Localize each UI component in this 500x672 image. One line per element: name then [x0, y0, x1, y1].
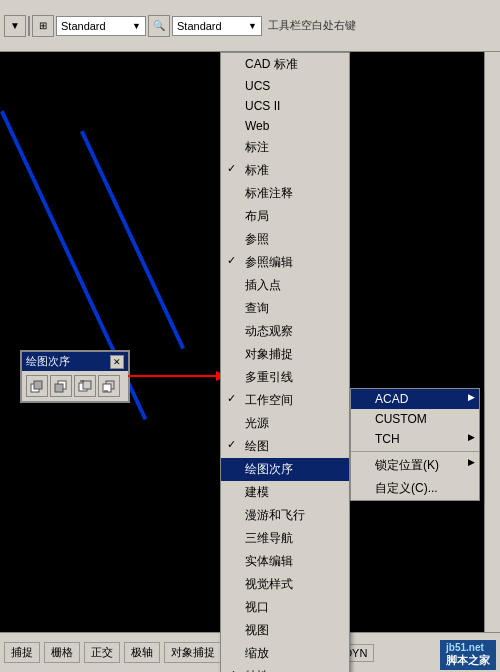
status-polar[interactable]: 极轴	[124, 642, 160, 663]
draw-order-toolbar: 绘图次序 ✕	[20, 350, 130, 403]
bring-forward-icon	[78, 379, 92, 393]
menu-item-query[interactable]: 查询	[221, 297, 349, 320]
menu-item-ucsii[interactable]: UCS II	[221, 96, 349, 116]
menu-item-ref-edit[interactable]: 参照编辑	[221, 251, 349, 274]
sub-menu-custom-def[interactable]: 自定义(C)...	[351, 477, 479, 500]
draw-order-btn-1[interactable]	[26, 375, 48, 397]
status-ortho[interactable]: 正交	[84, 642, 120, 663]
draw-order-title: 绘图次序	[26, 354, 70, 369]
sub-menu-lock[interactable]: 锁定位置(K)	[351, 454, 479, 477]
menu-item-orbit[interactable]: 动态观察	[221, 320, 349, 343]
menu-item-draw[interactable]: 绘图	[221, 435, 349, 458]
dropdown1-value: Standard	[61, 20, 132, 32]
sub-menu-tch[interactable]: TCH	[351, 429, 479, 449]
menu-item-workspace[interactable]: 工作空间	[221, 389, 349, 412]
svg-rect-5	[83, 381, 91, 389]
logo-line2: 脚本之家	[446, 653, 490, 668]
menu-item-ref[interactable]: 参照	[221, 228, 349, 251]
toolbar-row1: ▼ ⊞ Standard ▼ 🔍 Standard ▼ 工具栏空白处右键	[0, 0, 500, 52]
status-grid[interactable]: 栅格	[44, 642, 80, 663]
right-panel	[484, 52, 500, 632]
logo: jb51.net 脚本之家	[440, 640, 496, 670]
menu-item-cad[interactable]: CAD 标准	[221, 53, 349, 76]
menu-item-standard-note[interactable]: 标准注释	[221, 182, 349, 205]
menu-item-mleader[interactable]: 多重引线	[221, 366, 349, 389]
dropdown2-arrow[interactable]: ▼	[248, 21, 257, 31]
draw-order-btn-2[interactable]	[50, 375, 72, 397]
menu-item-layout[interactable]: 布局	[221, 205, 349, 228]
menu-item-properties[interactable]: 特性	[221, 665, 349, 672]
menu-item-zoom[interactable]: 缩放	[221, 642, 349, 665]
svg-rect-1	[34, 381, 42, 389]
sub-menu-acad[interactable]: ACAD	[351, 389, 479, 409]
draw-order-btn-4[interactable]	[98, 375, 120, 397]
sub-menu-custom[interactable]: CUSTOM	[351, 409, 479, 429]
main-context-menu: CAD 标准 UCS UCS II Web 标注 标准 标准注释 布局 参照 参…	[220, 52, 350, 672]
menu-item-modeling[interactable]: 建模	[221, 481, 349, 504]
menu-item-web[interactable]: Web	[221, 116, 349, 136]
menu-item-solid-edit[interactable]: 实体编辑	[221, 550, 349, 573]
draw-order-titlebar: 绘图次序 ✕	[22, 352, 128, 371]
front-icon	[30, 379, 44, 393]
menu-item-draworder[interactable]: 绘图次序	[221, 458, 349, 481]
sub-context-menu: ACAD CUSTOM TCH 锁定位置(K) 自定义(C)...	[350, 388, 480, 501]
dropdown2-value: Standard	[177, 20, 248, 32]
logo-line1: jb51.net	[446, 642, 490, 653]
draw-order-close[interactable]: ✕	[110, 355, 124, 369]
back-icon	[54, 379, 68, 393]
menu-item-biaozu[interactable]: 标注	[221, 136, 349, 159]
menu-item-3dnav[interactable]: 三维导航	[221, 527, 349, 550]
menu-item-view[interactable]: 视图	[221, 619, 349, 642]
toolbar-icon-1[interactable]: ▼	[4, 15, 26, 37]
menu-item-insert[interactable]: 插入点	[221, 274, 349, 297]
menu-item-fly[interactable]: 漫游和飞行	[221, 504, 349, 527]
menu-item-light[interactable]: 光源	[221, 412, 349, 435]
menu-item-viewport[interactable]: 视口	[221, 596, 349, 619]
status-snap[interactable]: 捕捉	[4, 642, 40, 663]
toolbar-icon-3[interactable]: 🔍	[148, 15, 170, 37]
status-osnap[interactable]: 对象捕捉	[164, 642, 222, 663]
red-arrow	[128, 368, 228, 387]
send-backward-icon	[102, 379, 116, 393]
dropdown1-arrow[interactable]: ▼	[132, 21, 141, 31]
draw-order-btn-3[interactable]	[74, 375, 96, 397]
toolbar-icon-2[interactable]: ⊞	[32, 15, 54, 37]
menu-item-visual[interactable]: 视觉样式	[221, 573, 349, 596]
tooltip-label: 工具栏空白处右键	[268, 18, 356, 33]
menu-item-osnap[interactable]: 对象捕捉	[221, 343, 349, 366]
sub-menu-sep	[351, 451, 479, 452]
svg-rect-3	[55, 384, 63, 392]
menu-item-ucs[interactable]: UCS	[221, 76, 349, 96]
draw-order-buttons	[22, 371, 128, 401]
menu-item-standard[interactable]: 标准	[221, 159, 349, 182]
